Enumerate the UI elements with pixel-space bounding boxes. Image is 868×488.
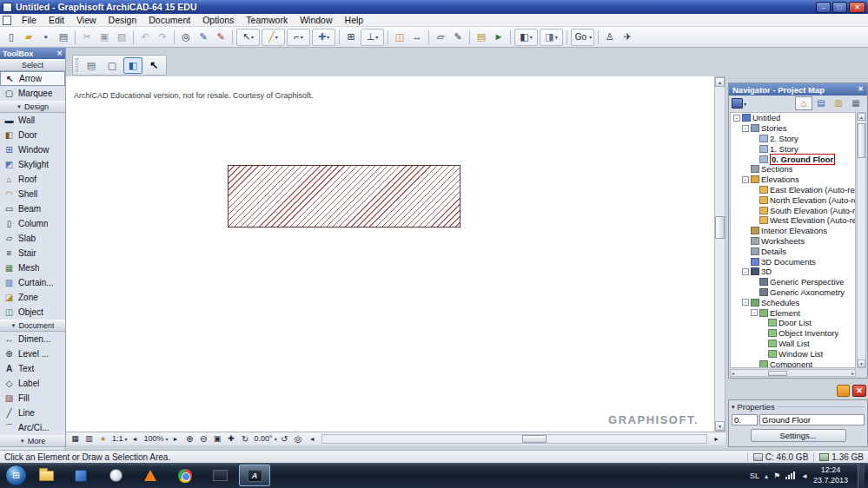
hidden-icons-chevron-icon[interactable] xyxy=(765,472,768,480)
zoom-level-button[interactable]: 100% xyxy=(142,433,169,445)
horizontal-scroll-thumb[interactable] xyxy=(768,371,787,376)
tree-item[interactable]: Generic Perspective xyxy=(731,277,855,287)
print-icon[interactable] xyxy=(55,29,72,46)
vertical-scroll-thumb[interactable] xyxy=(715,216,725,239)
gravity-dropdown[interactable]: ▾ xyxy=(361,29,384,46)
dimension-icon[interactable] xyxy=(408,29,426,46)
tree-item[interactable]: Window List xyxy=(731,348,855,359)
menu-item[interactable]: Teamwork xyxy=(240,14,294,27)
start-button[interactable] xyxy=(5,465,27,486)
story-number-field[interactable]: 0. xyxy=(732,414,758,425)
save-icon[interactable] xyxy=(37,29,55,46)
tree-item[interactable]: Worksheets xyxy=(731,236,855,247)
toolbox-row[interactable]: Mesh xyxy=(0,260,65,275)
scroll-left-icon[interactable] xyxy=(732,371,734,376)
horizontal-scroll-thumb[interactable] xyxy=(522,435,547,443)
set-orientation-icon[interactable] xyxy=(292,433,305,445)
archicad-window-icon[interactable] xyxy=(204,465,235,486)
media-player-icon[interactable] xyxy=(100,465,131,486)
tree-item[interactable]: South Elevation (Auto-reb... xyxy=(731,205,855,215)
pen-icon[interactable] xyxy=(195,29,212,46)
tree-item[interactable]: - Element xyxy=(731,307,855,318)
expander-icon[interactable]: - xyxy=(742,125,749,132)
redo-icon[interactable] xyxy=(154,29,171,46)
quick-layers-icon[interactable] xyxy=(83,433,96,445)
expander-icon[interactable]: - xyxy=(742,299,749,306)
scale-button[interactable]: 1:1 xyxy=(110,433,128,445)
zoom-out-icon[interactable] xyxy=(197,433,210,445)
toolbox-row[interactable]: Shell xyxy=(0,187,65,201)
canvas-vertical-scrollbar[interactable] xyxy=(714,76,726,432)
tree-item[interactable]: - Untitled xyxy=(731,113,855,123)
settings-button[interactable]: Settings... xyxy=(751,429,846,442)
grid-icon[interactable] xyxy=(342,29,360,46)
toolbox-row[interactable]: ▼ Document xyxy=(0,320,65,332)
document-icon[interactable] xyxy=(3,16,11,25)
tree-item[interactable]: 2. Story xyxy=(731,134,855,144)
tree-item[interactable]: Door List xyxy=(731,318,855,328)
tree-item[interactable]: North Elevation (Auto-reb... xyxy=(731,195,855,205)
tree-horizontal-scrollbar[interactable] xyxy=(730,369,856,377)
archicad-icon[interactable] xyxy=(239,465,270,486)
tree-item[interactable]: Generic Axonometry xyxy=(731,287,855,298)
vertical-scroll-thumb[interactable] xyxy=(858,123,865,158)
scroll-down-icon[interactable] xyxy=(858,359,865,367)
find-select-icon[interactable] xyxy=(177,29,195,46)
show-desktop-button[interactable] xyxy=(858,463,865,488)
orbit-icon[interactable] xyxy=(239,433,252,445)
toolbox-row[interactable]: Beam xyxy=(0,201,65,216)
toolbox-row[interactable]: ▼ More xyxy=(0,435,65,447)
toolbox-row[interactable]: ▼ Design xyxy=(0,101,65,113)
scroll-right-icon[interactable] xyxy=(710,433,723,445)
menu-item[interactable]: File xyxy=(16,14,43,27)
tab-view-map[interactable] xyxy=(812,96,830,110)
three-d-view-dropdown[interactable]: ▾ xyxy=(514,29,538,46)
publish-icon[interactable] xyxy=(490,29,507,46)
chrome-icon[interactable] xyxy=(169,465,201,486)
menu-item[interactable]: Document xyxy=(142,14,196,27)
vlc-icon[interactable] xyxy=(135,465,166,486)
properties-header[interactable]: Properties xyxy=(732,402,865,412)
fit-in-window-icon[interactable] xyxy=(211,433,224,445)
marker-icon[interactable] xyxy=(212,29,229,46)
maximize-button[interactable] xyxy=(832,2,847,13)
tree-item[interactable]: Object Inventory xyxy=(731,328,855,339)
orange-status-icon[interactable] xyxy=(837,385,850,397)
orientation-button[interactable]: 0.00° xyxy=(253,433,277,445)
tree-item[interactable]: Sections xyxy=(731,164,855,175)
toolbox-close-icon[interactable] xyxy=(56,50,63,57)
toolbox-row[interactable]: Arc/Ci... xyxy=(0,420,65,435)
toolbox-row[interactable]: Line xyxy=(0,406,65,420)
toolbox-row[interactable]: Column xyxy=(0,216,65,231)
trace-reference-icon[interactable] xyxy=(391,29,408,46)
tree-item[interactable]: West Elevation (Auto-reb... xyxy=(731,215,855,226)
walk-mode-icon[interactable] xyxy=(601,29,619,46)
expander-icon[interactable]: - xyxy=(742,176,749,183)
toolbox-row[interactable]: Window xyxy=(0,142,65,157)
guide-lines-dropdown[interactable]: ▾ xyxy=(262,29,285,46)
navigator-close-icon[interactable] xyxy=(858,86,864,93)
language-indicator[interactable]: SL xyxy=(750,472,759,480)
explorer-icon[interactable] xyxy=(30,465,62,486)
windows-app-icon[interactable] xyxy=(65,465,96,486)
trace-reference-button[interactable] xyxy=(82,57,101,74)
menu-item[interactable]: Edit xyxy=(43,14,70,27)
tab-layout-book[interactable] xyxy=(830,96,847,110)
expander-icon[interactable]: - xyxy=(733,115,740,122)
scroll-down-icon[interactable] xyxy=(715,421,725,431)
scroll-up-icon[interactable] xyxy=(715,77,725,87)
menu-item[interactable]: Window xyxy=(294,14,338,27)
toolbox-row[interactable]: Zone xyxy=(0,290,65,305)
toolbox-row[interactable]: Select xyxy=(0,59,65,71)
toolbox-row[interactable]: Wall xyxy=(0,113,65,128)
pan-icon[interactable] xyxy=(225,433,238,445)
copy-icon[interactable] xyxy=(96,29,113,46)
minimize-button[interactable] xyxy=(816,2,831,13)
toolbox-row[interactable]: Curtain... xyxy=(0,275,65,290)
coordinates-dropdown[interactable]: ▾ xyxy=(312,29,335,46)
new-view-button[interactable] xyxy=(103,57,122,74)
toolbox-row[interactable]: Arrow xyxy=(0,71,65,86)
canvas-horizontal-scrollbar[interactable] xyxy=(321,434,707,444)
selection-options-dropdown[interactable]: ▾ xyxy=(236,29,260,46)
tree-item[interactable]: 1. Story xyxy=(731,143,855,154)
